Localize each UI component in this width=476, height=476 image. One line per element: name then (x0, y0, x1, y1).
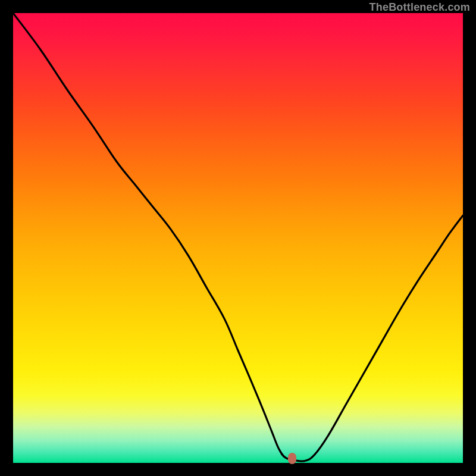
curve-path (13, 13, 463, 461)
optimum-marker (288, 453, 296, 464)
chart-frame: TheBottleneck.com (0, 0, 476, 476)
plot-area (13, 13, 463, 463)
watermark-text: TheBottleneck.com (369, 1, 470, 14)
bottleneck-curve (13, 13, 463, 463)
